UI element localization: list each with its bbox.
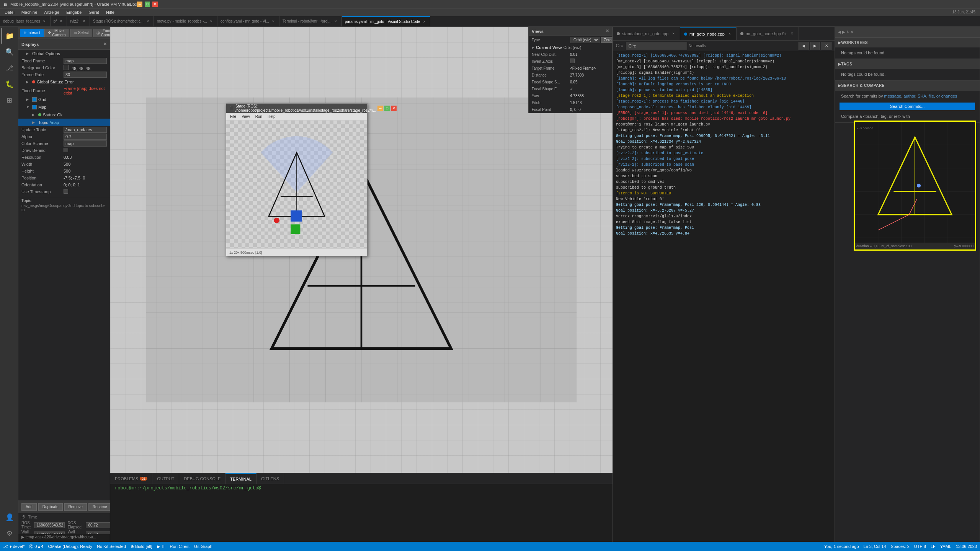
find-next-button[interactable]: ▶ bbox=[810, 42, 820, 50]
tab-problems[interactable]: PROBLEMS 21 bbox=[110, 473, 152, 484]
tab-params[interactable]: params.yaml - mr_goto - Visual Studio Co… bbox=[342, 16, 431, 26]
editor-tab-hpp[interactable]: mr_goto_node.hpp 9+ × bbox=[737, 27, 799, 40]
stage-menu-view[interactable]: View bbox=[239, 114, 252, 119]
tab-close[interactable]: × bbox=[727, 31, 732, 37]
search-commits-button[interactable]: Search Commits... bbox=[840, 103, 975, 110]
prop-value[interactable]: 30 bbox=[64, 72, 107, 78]
editor-tab-node[interactable]: mr_goto_node.cpp × bbox=[680, 27, 737, 40]
remove-button[interactable]: Remove bbox=[64, 503, 87, 511]
rename-button[interactable]: Rename bbox=[88, 503, 110, 511]
tab-terminal[interactable]: Terminal - robot@mr:~/proj... × bbox=[279, 16, 342, 26]
tags-header[interactable]: ▶ TAGS bbox=[835, 59, 980, 69]
maximize-button[interactable]: □ bbox=[145, 2, 150, 7]
tab-close[interactable]: × bbox=[333, 19, 338, 24]
status-build[interactable]: ⊕ Build [all] bbox=[131, 544, 152, 549]
activity-source-control[interactable]: ⎇ bbox=[2, 60, 17, 76]
tab-close[interactable]: × bbox=[81, 19, 87, 24]
tab-close[interactable]: × bbox=[145, 19, 150, 24]
status-run-controls[interactable]: ▶ ⏸ bbox=[157, 544, 165, 549]
stage-menu-help[interactable]: Help bbox=[265, 114, 278, 119]
status-lang[interactable]: YAML bbox=[940, 544, 951, 549]
vm-menu-anzeige[interactable]: Anzeige bbox=[41, 9, 62, 15]
display-item-global-options[interactable]: ▶ Global Options bbox=[18, 50, 110, 57]
vm-menu-hilfe[interactable]: Hilfe bbox=[103, 9, 118, 15]
tab-movepy[interactable]: move.py - mobile_robotics -... × bbox=[154, 16, 217, 26]
activity-debug[interactable]: 🐛 bbox=[2, 77, 17, 92]
status-errors[interactable]: ⓪ 0▲4 bbox=[29, 544, 43, 549]
draw-behind-checkbox[interactable] bbox=[64, 148, 68, 152]
status-lf[interactable]: LF bbox=[931, 544, 936, 549]
search-link-author[interactable]: author bbox=[903, 94, 915, 98]
vm-menu-eingabe[interactable]: Eingabe bbox=[63, 9, 85, 15]
tab-debug-console[interactable]: DEBUG CONSOLE bbox=[179, 473, 225, 484]
activity-settings[interactable]: ⚙ bbox=[2, 526, 17, 541]
display-item-topic[interactable]: ▶ Topic /map bbox=[18, 119, 110, 126]
activity-search[interactable]: 🔍 bbox=[2, 44, 17, 60]
tab-close[interactable]: × bbox=[671, 31, 676, 36]
search-link-message[interactable]: message bbox=[884, 94, 901, 98]
views-zero-button[interactable]: Zero bbox=[601, 37, 612, 43]
tab-output[interactable]: OUTPUT bbox=[152, 473, 179, 484]
find-input[interactable] bbox=[626, 42, 687, 50]
tab-rviz2[interactable]: rviz2* × bbox=[67, 16, 90, 26]
prop-value[interactable]: map bbox=[64, 58, 107, 64]
interact-button[interactable]: ⊕ Interact bbox=[20, 29, 44, 37]
worktrees-header[interactable]: ▶ WORKTREES bbox=[835, 37, 980, 47]
display-item-global-status[interactable]: ▶ Global Status: Error bbox=[18, 78, 110, 86]
activity-accounts[interactable]: 👤 bbox=[2, 510, 17, 525]
display-item-grid[interactable]: ▶ Grid bbox=[18, 96, 110, 103]
terminal-right[interactable]: [stage_ros2-1] [1686685460.747637092] [r… bbox=[613, 51, 835, 542]
tab-close[interactable]: × bbox=[209, 19, 214, 24]
tab-configs[interactable]: configs.yaml - mr_goto - Vi... × bbox=[217, 16, 279, 26]
stage-menu-run[interactable]: Run bbox=[253, 114, 265, 119]
tab-close[interactable]: × bbox=[421, 19, 427, 24]
tab-stage[interactable]: Stage (ROS): /home/robotic... × bbox=[90, 16, 154, 26]
map-checkbox[interactable] bbox=[32, 105, 37, 109]
status-spaces[interactable]: Spaces: 2 bbox=[891, 544, 910, 549]
find-close-button[interactable]: ✕ bbox=[822, 42, 831, 50]
close-button[interactable]: ✕ bbox=[152, 2, 158, 7]
find-prev-button[interactable]: ◀ bbox=[799, 42, 808, 50]
prop-value[interactable]: /map_updates bbox=[64, 127, 107, 133]
status-position[interactable]: Ln 3, Col 14 bbox=[864, 544, 886, 549]
editor-tab-standalone[interactable]: standalone_mr_goto.cpp × bbox=[613, 27, 680, 40]
activity-extensions[interactable]: ⊞ bbox=[2, 93, 17, 108]
vm-menu-gerat[interactable]: Gerät bbox=[85, 9, 102, 15]
select-button[interactable]: ▭ Select bbox=[70, 29, 92, 37]
focus-camera-button[interactable]: ◎ Focus Camera bbox=[93, 29, 110, 37]
stage-close[interactable]: ✕ bbox=[391, 106, 397, 111]
stage-maximize[interactable]: □ bbox=[384, 106, 390, 111]
status-run-ctest[interactable]: Run CTest bbox=[170, 544, 189, 549]
stage-menu-file[interactable]: File bbox=[228, 114, 238, 119]
grid-checkbox[interactable] bbox=[32, 97, 37, 102]
status-cmake[interactable]: CMake (Debug): Ready bbox=[48, 544, 92, 549]
tab-terminal[interactable]: TERMINAL bbox=[225, 473, 256, 484]
prop-value[interactable]: map bbox=[64, 140, 107, 147]
displays-close[interactable]: ✕ bbox=[103, 42, 107, 47]
vm-menu-machine[interactable]: Machine bbox=[18, 9, 41, 15]
activity-explorer[interactable]: 📁 bbox=[2, 28, 17, 44]
tab-close[interactable]: × bbox=[58, 19, 64, 24]
timestamp-checkbox[interactable] bbox=[64, 189, 68, 194]
terminal-content[interactable]: robot@mr:~/projects/mobile_robotics/ws02… bbox=[110, 484, 612, 542]
vm-menu-datei[interactable]: Datei bbox=[2, 9, 18, 15]
status-git-graph[interactable]: Git Graph bbox=[194, 544, 212, 549]
tab-close[interactable]: × bbox=[271, 19, 276, 24]
status-encoding[interactable]: UTF-8 bbox=[914, 544, 926, 549]
search-header[interactable]: ▶ SEARCH & COMPARE bbox=[835, 81, 980, 91]
tab-debug-laser[interactable]: debug_laser_features × bbox=[0, 16, 51, 26]
tab-gitlens[interactable]: GITLENS bbox=[256, 473, 284, 484]
stage-minimize[interactable]: ─ bbox=[377, 106, 383, 111]
stage-viewport[interactable] bbox=[226, 121, 367, 248]
move-camera-button[interactable]: ✥ Move Camera bbox=[44, 29, 69, 37]
status-branch[interactable]: ⎇ ♦ devel* bbox=[3, 544, 24, 549]
display-item-map[interactable]: ▼ Map bbox=[18, 103, 110, 111]
views-type-select[interactable]: Orbit (rviz) bbox=[570, 37, 599, 43]
tab-pf[interactable]: pf × bbox=[51, 16, 67, 26]
search-link-sha[interactable]: SHA, file, or changes bbox=[918, 94, 957, 98]
prop-value[interactable]: 0.7 bbox=[64, 134, 107, 140]
minimize-button[interactable]: ─ bbox=[137, 2, 142, 7]
views-close-button[interactable]: ✕ bbox=[606, 29, 609, 34]
tab-close[interactable]: × bbox=[42, 19, 47, 24]
duplicate-button[interactable]: Duplicate bbox=[38, 503, 63, 511]
